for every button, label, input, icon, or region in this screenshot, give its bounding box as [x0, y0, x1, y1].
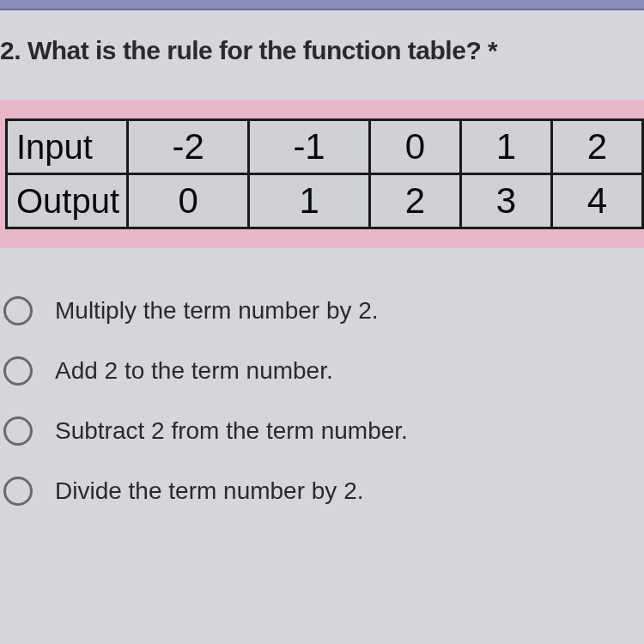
input-cell: -2	[128, 120, 249, 174]
question-content: 2. What is the rule for the function tab…	[0, 10, 644, 644]
input-label: Input	[7, 120, 128, 174]
input-cell: 0	[370, 120, 461, 174]
input-cell: 1	[461, 120, 552, 174]
function-table-container: Input -2 -1 0 1 2 Output 0 1 2 3 4	[0, 100, 644, 248]
function-table: Input -2 -1 0 1 2 Output 0 1 2 3 4	[5, 118, 644, 229]
table-row: Input -2 -1 0 1 2	[7, 120, 643, 174]
option-subtract-2[interactable]: Subtract 2 from the term number.	[0, 401, 644, 461]
radio-icon	[3, 416, 33, 446]
option-label: Subtract 2 from the term number.	[55, 417, 408, 445]
radio-icon	[3, 356, 33, 386]
output-cell: 1	[249, 174, 370, 228]
output-cell: 2	[370, 174, 461, 228]
output-cell: 4	[551, 174, 642, 228]
question-text: What is the rule for the function table?	[27, 36, 481, 64]
required-marker: *	[488, 36, 497, 64]
question-prompt: 2. What is the rule for the function tab…	[0, 21, 644, 89]
option-add-2[interactable]: Add 2 to the term number.	[0, 341, 644, 401]
question-number: 2.	[0, 36, 21, 64]
input-cell: 2	[551, 120, 642, 174]
options-list: Multiply the term number by 2. Add 2 to …	[0, 272, 644, 521]
output-cell: 3	[461, 174, 552, 228]
radio-icon	[3, 477, 33, 506]
option-multiply-by-2[interactable]: Multiply the term number by 2.	[0, 281, 644, 341]
table-row: Output 0 1 2 3 4	[7, 174, 643, 228]
option-divide-by-2[interactable]: Divide the term number by 2.	[0, 461, 644, 521]
option-label: Multiply the term number by 2.	[55, 297, 379, 325]
input-cell: -1	[249, 120, 370, 174]
output-label: Output	[7, 174, 128, 228]
window-top-bar	[0, 0, 644, 10]
option-label: Add 2 to the term number.	[55, 357, 333, 385]
output-cell: 0	[128, 174, 249, 228]
option-label: Divide the term number by 2.	[55, 477, 364, 505]
radio-icon	[3, 296, 33, 325]
